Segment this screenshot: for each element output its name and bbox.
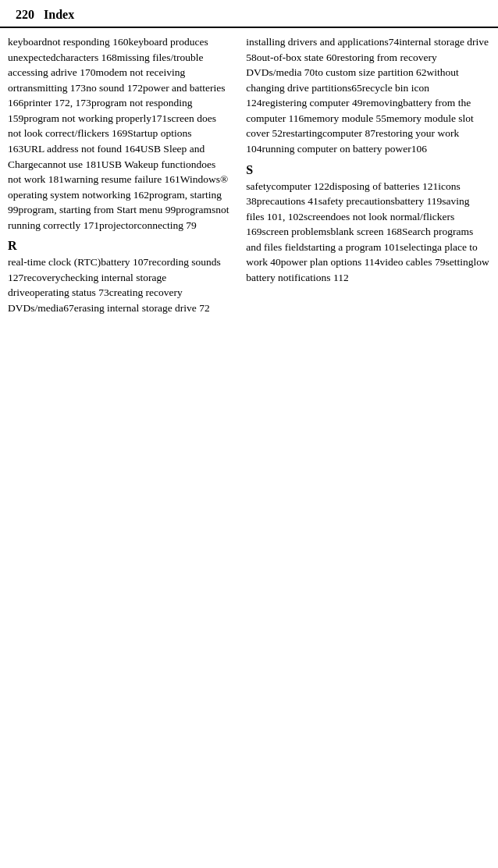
index-main-term: real-time clock (RTC) <box>8 256 101 268</box>
index-main-term: setting <box>445 256 473 268</box>
index-sub-term: transmitting 173 <box>16 82 86 94</box>
index-sub-term: installing drivers and applications <box>246 36 389 48</box>
index-main-term: program not working properly <box>23 112 151 124</box>
index-sub-term: starting a program 101 <box>304 241 400 253</box>
index-subsub-term: media 70 <box>276 66 315 78</box>
index-subsub-term: operating status 73 <box>30 286 109 298</box>
index-main-term: safety precautions <box>318 195 395 207</box>
index-sub-term: flickers 169 <box>77 127 127 139</box>
page-number: 220 <box>16 8 34 22</box>
index-sub-term: 171 <box>151 112 167 124</box>
right-column: installing drivers and applications74int… <box>238 34 490 316</box>
index-main-term: selecting <box>400 241 437 253</box>
index-sub-term: out-of-box state 60 <box>257 52 337 63</box>
index-main-term: warning resume failure 161 <box>64 173 180 185</box>
index-sub-term: blank screen 168 <box>331 226 402 237</box>
index-sub-term: disposing of batteries 121 <box>329 180 438 192</box>
index-main-term: USB Wakeup function <box>101 158 197 170</box>
index-sub-term: not responding 160 <box>47 36 128 48</box>
index-main-term: projector <box>99 219 137 231</box>
section-letter: R <box>8 239 230 253</box>
index-subsub-term: 67 <box>63 302 74 314</box>
index-main-term: registering computer 49 <box>261 97 362 108</box>
index-main-term: printer 172, 173 <box>23 97 91 108</box>
page-title: Index <box>44 8 74 22</box>
index-main-term: removing <box>362 97 403 108</box>
index-main-term: program, starting from Start menu 99 <box>19 204 176 215</box>
index-sub-term: battery 107 <box>101 256 148 268</box>
index-main-term: no sound 172 <box>86 82 143 94</box>
index-main-term: recovery <box>23 272 60 283</box>
index-main-term: screen <box>304 211 330 222</box>
section-letter: S <box>246 163 490 177</box>
index-main-term: URL address not found 164 <box>23 143 140 155</box>
index-sub-term: memory module 55 <box>304 112 386 124</box>
index-sub-term: cannot use 181 <box>38 158 101 170</box>
index-sub-term: computer 87 <box>322 127 375 139</box>
index-sub-term: video cables 79 <box>379 256 445 268</box>
index-sub-term: connecting 79 <box>137 219 197 231</box>
index-sub-term: battery 119 <box>395 195 443 207</box>
index-content: keyboardnot responding 160keyboard produ… <box>0 34 498 316</box>
index-sub-term: working 162 <box>95 189 149 201</box>
index-sub-term: drive 170 <box>55 66 95 78</box>
index-sub-term: computer 122 <box>271 180 329 192</box>
index-sub-term: to custom size partition 62 <box>315 66 426 78</box>
index-main-term: restarting <box>283 127 322 139</box>
index-sub-term: power plan options 114 <box>281 256 380 268</box>
index-main-term: screen problems <box>261 226 330 237</box>
page-header: 220 Index <box>0 0 498 28</box>
index-sub-term: precautions 41 <box>257 195 318 207</box>
left-column: keyboardnot responding 160keyboard produ… <box>8 34 238 316</box>
index-main-term: keyboard <box>8 36 47 48</box>
index-subsub-term: 65 <box>351 82 362 94</box>
index-main-term: safety <box>246 180 271 192</box>
index-subsub-term: 74 <box>389 36 400 48</box>
index-main-term: programs <box>176 204 215 215</box>
index-main-term: running computer on battery power <box>261 143 411 155</box>
index-sub-term: characters 168 <box>55 52 116 63</box>
index-sub-term: erasing internal storage drive 72 <box>74 302 210 314</box>
index-sub-term: 106 <box>411 143 427 155</box>
